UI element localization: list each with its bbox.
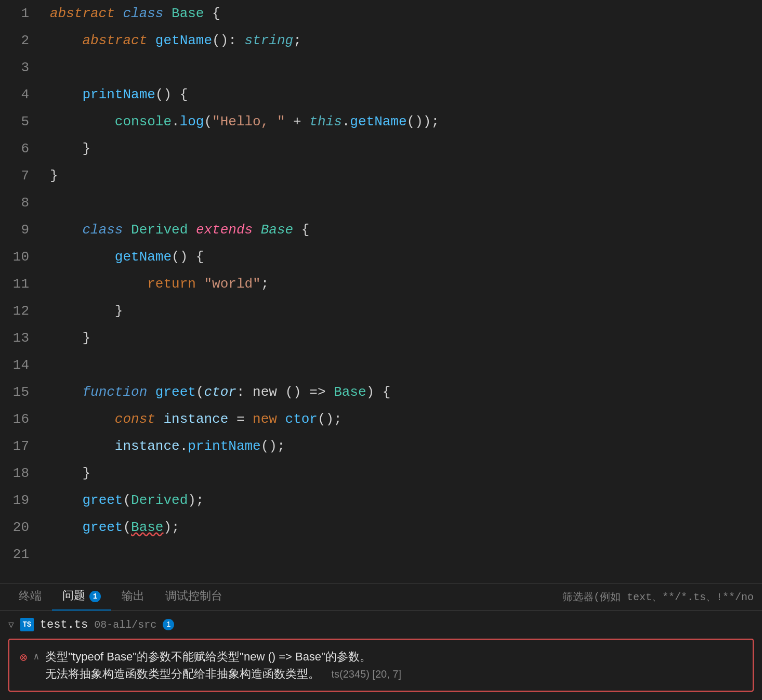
code-area: 1abstract class Base {2 abstract getName…	[0, 0, 762, 583]
line-number: 12	[0, 297, 42, 325]
tab-terminal[interactable]: 终端	[8, 584, 52, 611]
panel-tabs: 终端 问题 1 输出 调试控制台 筛选器(例如 text、**/*.ts、!**…	[0, 584, 762, 611]
file-error-badge: 1	[163, 619, 174, 630]
code-line: 12 }	[0, 297, 762, 325]
code-line: 9 class Derived extends Base {	[0, 216, 762, 243]
code-line: 14	[0, 352, 762, 379]
line-content: return "world";	[42, 270, 762, 297]
line-number: 13	[0, 325, 42, 352]
line-number: 8	[0, 189, 42, 216]
line-number: 19	[0, 487, 42, 514]
line-content	[42, 541, 762, 568]
code-line: 4 printName() {	[0, 81, 762, 108]
problems-badge: 1	[89, 591, 101, 602]
line-content: abstract class Base {	[42, 0, 762, 27]
line-number: 18	[0, 460, 42, 487]
line-content: instance.printName();	[42, 433, 762, 460]
line-content: }	[42, 325, 762, 352]
code-line: 5 console.log("Hello, " + this.getName()…	[0, 108, 762, 135]
line-content: greet(Derived);	[42, 487, 762, 514]
editor-container: 1abstract class Base {2 abstract getName…	[0, 0, 762, 700]
error-box: ⊗ ∧ 类型"typeof Base"的参数不能赋给类型"new () => B…	[8, 639, 754, 692]
line-number: 21	[0, 541, 42, 568]
line-content: greet(Base);	[42, 514, 762, 541]
panel-content: ▽ TS test.ts 08-all/src 1 ⊗ ∧ 类型"typeof …	[0, 611, 762, 700]
line-number: 3	[0, 54, 42, 81]
line-content: abstract getName(): string;	[42, 27, 762, 54]
line-content: }	[42, 297, 762, 325]
code-line: 19 greet(Derived);	[0, 487, 762, 514]
filter-text: 筛选器(例如 text、**/*.ts、!**/no	[562, 590, 754, 604]
line-number: 16	[0, 406, 42, 433]
tab-problems[interactable]: 问题 1	[52, 584, 111, 611]
file-name: test.ts	[40, 618, 88, 631]
typescript-icon: TS	[20, 618, 34, 631]
code-line: 2 abstract getName(): string;	[0, 27, 762, 54]
code-line: 15 function greet(ctor: new () => Base) …	[0, 379, 762, 406]
line-content: function greet(ctor: new () => Base) {	[42, 379, 762, 406]
line-content: }	[42, 460, 762, 487]
line-number: 11	[0, 270, 42, 297]
code-line: 6 }	[0, 135, 762, 162]
tab-debug-console[interactable]: 调试控制台	[155, 584, 233, 611]
code-line: 16 const instance = new ctor();	[0, 406, 762, 433]
line-number: 15	[0, 379, 42, 406]
code-line: 18 }	[0, 460, 762, 487]
code-line: 8	[0, 189, 762, 216]
expand-icon: ∧	[33, 650, 39, 664]
tab-output[interactable]: 输出	[111, 584, 155, 611]
line-number: 7	[0, 162, 42, 189]
file-row: ▽ TS test.ts 08-all/src 1	[8, 615, 754, 634]
error-line1: 类型"typeof Base"的参数不能赋给类型"new () => Base"…	[45, 648, 742, 665]
code-line: 11 return "world";	[0, 270, 762, 297]
line-content	[42, 352, 762, 379]
line-content: console.log("Hello, " + this.getName());	[42, 108, 762, 135]
code-line: 20 greet(Base);	[0, 514, 762, 541]
line-content: const instance = new ctor();	[42, 406, 762, 433]
line-number: 4	[0, 81, 42, 108]
code-line: 3	[0, 54, 762, 81]
line-content: class Derived extends Base {	[42, 216, 762, 243]
line-number: 10	[0, 243, 42, 270]
file-path: 08-all/src	[94, 619, 156, 631]
line-content	[42, 54, 762, 81]
code-line: 13 }	[0, 325, 762, 352]
line-content: printName() {	[42, 81, 762, 108]
line-content: getName() {	[42, 243, 762, 270]
line-number: 6	[0, 135, 42, 162]
line-number: 14	[0, 352, 42, 379]
line-number: 2	[0, 27, 42, 54]
line-content: }	[42, 162, 762, 189]
error-code: ts(2345) [20, 7]	[331, 668, 401, 680]
line-number: 20	[0, 514, 42, 541]
bottom-panel: 终端 问题 1 输出 调试控制台 筛选器(例如 text、**/*.ts、!**…	[0, 583, 762, 700]
line-number: 1	[0, 0, 42, 27]
line-number: 9	[0, 216, 42, 243]
code-line: 7}	[0, 162, 762, 189]
code-line: 1abstract class Base {	[0, 0, 762, 27]
line-content: }	[42, 135, 762, 162]
error-icon: ⊗	[20, 649, 27, 668]
line-number: 17	[0, 433, 42, 460]
code-line: 21	[0, 541, 762, 568]
error-text: 类型"typeof Base"的参数不能赋给类型"new () => Base"…	[45, 648, 742, 682]
line-number: 5	[0, 108, 42, 135]
code-line: 17 instance.printName();	[0, 433, 762, 460]
error-row: ⊗ ∧ 类型"typeof Base"的参数不能赋给类型"new () => B…	[20, 648, 742, 682]
error-line2: 无法将抽象构造函数类型分配给非抽象构造函数类型。 ts(2345) [20, 7…	[45, 665, 742, 682]
code-line: 10 getName() {	[0, 243, 762, 270]
chevron-down-icon: ▽	[8, 619, 14, 630]
line-content	[42, 189, 762, 216]
